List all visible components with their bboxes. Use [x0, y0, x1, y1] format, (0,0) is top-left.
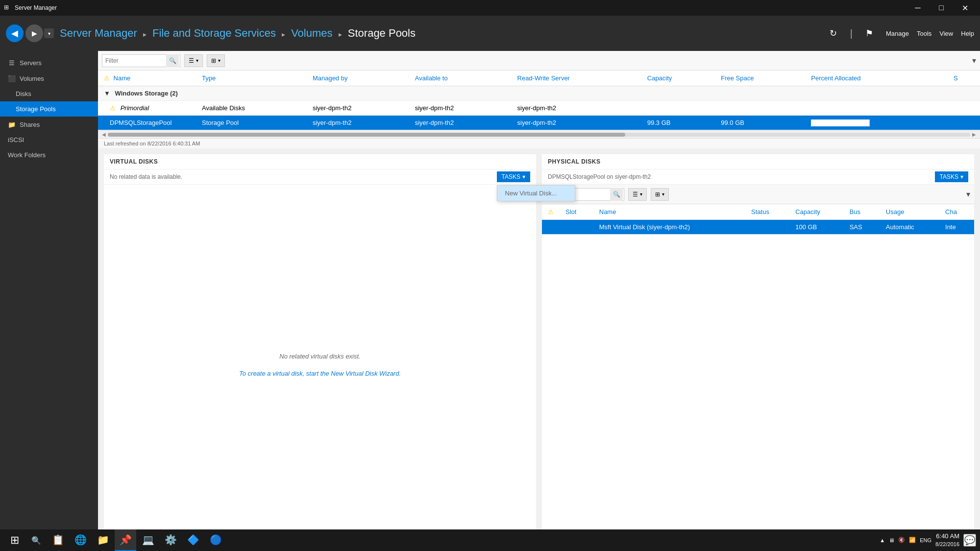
new-virtual-disk-item[interactable]: New Virtual Disk...	[497, 186, 575, 201]
view-menu[interactable]: View	[939, 30, 953, 37]
col-s[interactable]: S	[948, 71, 980, 86]
pdisks-row-usage: Automatic	[880, 220, 939, 235]
sidebar-item-iscsi[interactable]: iSCSI	[0, 132, 98, 147]
dpmsql-capacity: 99.3 GB	[641, 116, 715, 130]
taskbar-time[interactable]: 6:40 AM 8/22/2016	[935, 532, 959, 549]
taskbar-item-3[interactable]: 📌	[115, 529, 136, 551]
pdisks-col-slot[interactable]: Slot	[560, 204, 593, 220]
group-toggle-icon[interactable]: ▼	[104, 90, 110, 97]
flag-button[interactable]: ⚑	[860, 24, 878, 42]
pdisks-col-capacity[interactable]: Capacity	[789, 204, 844, 220]
tasks-button[interactable]: TASKS ▾	[497, 171, 530, 182]
col-read-write[interactable]: Read-Write Server	[512, 71, 641, 86]
filter-search-button[interactable]: 🔍	[166, 54, 179, 67]
refresh-button[interactable]: ↻	[825, 24, 842, 42]
tasks-btn-label: TASKS	[502, 173, 520, 180]
sidebar-item-disks[interactable]: Disks	[0, 86, 98, 101]
sidebar-label-disks: Disks	[16, 90, 31, 97]
pdisks-pool-label: DPMSQLStoragePool on siyer-dpm-th2	[548, 173, 651, 180]
sort-button[interactable]: ⊞ ▾	[207, 54, 225, 67]
servers-icon: ☰	[8, 59, 16, 67]
taskbar-network-icon: 📶	[909, 537, 916, 543]
title-bar-controls: ─ □ ✕	[906, 0, 976, 16]
row-name-dpmsql: DPMSQLStoragePool	[98, 116, 196, 130]
tools-menu[interactable]: Tools	[917, 30, 931, 37]
col-free-space[interactable]: Free Space	[715, 71, 805, 86]
sidebar-item-work-folders[interactable]: Work Folders	[0, 147, 98, 163]
maximize-button[interactable]: □	[930, 0, 953, 16]
sidebar-item-storage-pools[interactable]: Storage Pools	[0, 101, 98, 117]
nav-actions: ↻ | ⚑ Manage Tools View Help	[825, 24, 974, 42]
taskbar-item-2[interactable]: 📁	[92, 529, 114, 551]
clock-display: 6:40 AM	[935, 532, 959, 541]
storage-pools-table: ⚠ Name Type Managed by Available to Read…	[98, 71, 980, 130]
taskbar-search-button[interactable]: 🔍	[27, 531, 45, 549]
no-vdisks-msg: No related virtual disks exist.	[279, 353, 360, 360]
col-capacity[interactable]: Capacity	[641, 71, 715, 86]
col-available-to[interactable]: Available to	[409, 71, 512, 86]
start-button[interactable]: ⊞	[4, 529, 25, 551]
pdisks-filter-search[interactable]: 🔍	[610, 188, 623, 201]
pdisks-sort-button[interactable]: ⊞ ▾	[651, 188, 669, 201]
table-group-row[interactable]: ▼ Windows Storage (2)	[98, 86, 980, 101]
pdisks-col-warn: ⚠	[542, 204, 560, 220]
expand-button[interactable]: ▾	[972, 56, 976, 65]
breadcrumb-server-manager[interactable]: Server Manager	[60, 27, 137, 39]
pdisks-col-bus[interactable]: Bus	[844, 204, 880, 220]
taskbar-item-1[interactable]: 🌐	[70, 529, 91, 551]
pdisks-table: ⚠ Slot Name Status Capacity Bus Usage Ch…	[542, 204, 974, 235]
taskbar-system: ▲ 🖥 🔇 📶 ENG 6:40 AM 8/22/2016 💬	[880, 532, 976, 549]
col-managed-by[interactable]: Managed by	[307, 71, 409, 86]
breadcrumb-volumes[interactable]: Volumes	[291, 27, 332, 39]
table-row[interactable]: ⚠ Primordial Available Disks siyer-dpm-t…	[98, 101, 980, 116]
scroll-left[interactable]: ◀	[100, 132, 108, 137]
scroll-right[interactable]: ▶	[970, 132, 978, 137]
sidebar-item-servers[interactable]: ☰ Servers	[0, 55, 98, 71]
dpmsql-managed-by: siyer-dpm-th2	[307, 116, 409, 130]
back-button[interactable]: ◀	[6, 24, 24, 42]
close-button[interactable]: ✕	[954, 0, 976, 16]
nav-dropdown-button[interactable]: ▾	[44, 28, 54, 38]
taskbar-item-0[interactable]: 📋	[47, 529, 69, 551]
dpmsql-percent	[805, 116, 948, 130]
view-list-button[interactable]: ☰ ▾	[184, 54, 203, 67]
primordial-managed-by: siyer-dpm-th2	[307, 101, 409, 116]
breadcrumb-storage-pools: Storage Pools	[348, 27, 416, 39]
taskbar-item-4[interactable]: 💻	[137, 529, 159, 551]
pdisks-col-name[interactable]: Name	[593, 204, 745, 220]
primordial-capacity	[641, 101, 715, 116]
taskbar-notification-icon: ▲	[880, 537, 885, 543]
pdisks-row-cha: Inte	[939, 220, 974, 235]
warning-icon: ⚠	[110, 104, 116, 112]
table-row-selected[interactable]: DPMSQLStoragePool Storage Pool siyer-dpm…	[98, 116, 980, 130]
sidebar-item-volumes[interactable]: ⬛ Volumes	[0, 71, 98, 86]
pdisks-view-button[interactable]: ☰ ▾	[628, 188, 647, 201]
taskbar-item-5[interactable]: ⚙️	[160, 529, 181, 551]
pdisks-table-row[interactable]: Msft Virtual Disk (siyer-dpm-th2) 100 GB…	[542, 220, 974, 235]
pdisks-col-cha[interactable]: Cha	[939, 204, 974, 220]
new-virtual-disk-label: New Virtual Disk...	[505, 190, 557, 197]
filter-input[interactable]	[102, 56, 166, 65]
manage-menu[interactable]: Manage	[886, 30, 909, 37]
pdisks-col-status[interactable]: Status	[745, 204, 789, 220]
sidebar-item-shares[interactable]: 📁 Shares	[0, 117, 98, 132]
primordial-free-space	[715, 101, 805, 116]
minimize-button[interactable]: ─	[906, 0, 929, 16]
forward-button[interactable]: ▶	[25, 24, 43, 42]
scroll-thumb[interactable]	[108, 133, 625, 137]
main-layout: ☰ Servers ⬛ Volumes Disks Storage Pools …	[0, 51, 980, 551]
taskbar-item-7[interactable]: 🔵	[205, 529, 226, 551]
action-center-button[interactable]: 💬	[963, 534, 976, 547]
pdisks-col-usage[interactable]: Usage	[880, 204, 939, 220]
taskbar-monitor-icon: 🖥	[889, 537, 894, 543]
taskbar-item-6[interactable]: 🔷	[182, 529, 204, 551]
breadcrumb-file-storage[interactable]: File and Storage Services	[152, 27, 276, 39]
col-percent[interactable]: Percent Allocated	[805, 71, 948, 86]
pdisks-tasks-button[interactable]: TASKS ▾	[935, 171, 968, 182]
help-menu[interactable]: Help	[961, 30, 974, 37]
horizontal-scrollbar[interactable]: ◀ ▶	[98, 130, 980, 138]
scroll-track[interactable]	[108, 133, 970, 137]
pdisks-expand-button[interactable]: ▾	[966, 190, 970, 199]
col-name[interactable]: ⚠ Name	[98, 71, 196, 86]
col-type[interactable]: Type	[196, 71, 307, 86]
